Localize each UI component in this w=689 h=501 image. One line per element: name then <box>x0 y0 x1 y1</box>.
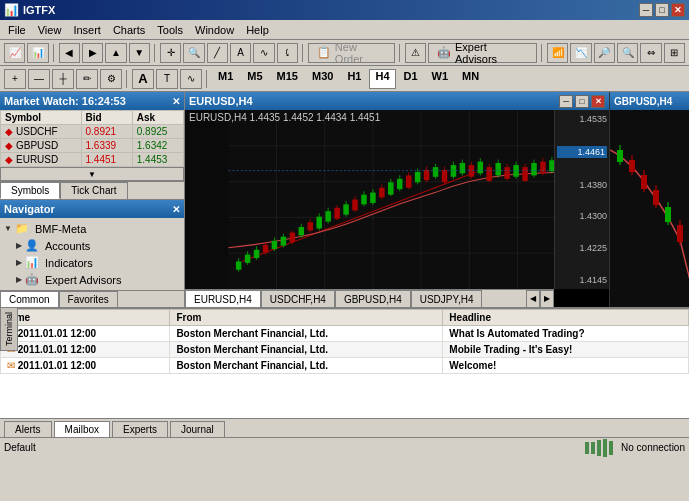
terminal-tab-journal[interactable]: Journal <box>170 421 225 437</box>
tb-text[interactable]: A <box>230 43 251 63</box>
tb-wave[interactable]: ∿ <box>180 69 202 89</box>
nav-item[interactable]: ▼📁BMF-Meta <box>2 220 182 237</box>
nav-item[interactable]: ▶📊Indicators <box>2 254 182 271</box>
navigator: Navigator ✕ ▼📁BMF-Meta▶👤Accounts▶📊Indica… <box>0 200 184 307</box>
chart-close[interactable]: ✕ <box>591 95 605 108</box>
nav-tab-common[interactable]: Common <box>0 291 59 307</box>
tb-zoom-in[interactable]: 🔍 <box>183 43 204 63</box>
terminal-row[interactable]: ✉ 2011.01.01 12:00 Boston Merchant Finan… <box>1 342 689 358</box>
msg-time: ✉ 2011.01.01 12:00 <box>1 342 170 358</box>
tb-scroll[interactable]: ⇔ <box>640 43 661 63</box>
tb-font-t[interactable]: T <box>156 69 178 89</box>
tb-cross[interactable]: ┼ <box>52 69 74 89</box>
tb-fix[interactable]: ⊞ <box>664 43 685 63</box>
tb-zoom-out[interactable]: 🔎 <box>594 43 615 63</box>
market-watch: Market Watch: 16:24:53 ✕ Symbol Bid Ask … <box>0 92 184 182</box>
tab-tick-chart[interactable]: Tick Chart <box>60 182 127 199</box>
menu-help[interactable]: Help <box>240 22 275 38</box>
menu-file[interactable]: File <box>2 22 32 38</box>
tb-chart-type2[interactable]: 📉 <box>570 43 591 63</box>
tb-config[interactable]: ⚙ <box>100 69 122 89</box>
connection-status: No connection <box>621 442 685 453</box>
terminal-row[interactable]: ✉ 2011.01.01 12:00 Boston Merchant Finan… <box>1 358 689 374</box>
tab-symbols[interactable]: Symbols <box>0 182 60 199</box>
terminal-tab-mailbox[interactable]: Mailbox <box>54 421 110 437</box>
market-row[interactable]: ◆EURUSD 1.4451 1.4453 <box>1 153 184 167</box>
tb-down[interactable]: ▼ <box>129 43 150 63</box>
tf-m30[interactable]: M30 <box>306 69 339 89</box>
bar-5 <box>609 441 613 455</box>
toolbar-1: 📈 📊 ◀ ▶ ▲ ▼ ✛ 🔍 ╱ A ∿ ⤹ 📋 New Order ⚠ 🤖 … <box>0 40 689 66</box>
menu-charts[interactable]: Charts <box>107 22 151 38</box>
nav-tab-favorites[interactable]: Favorites <box>59 291 118 307</box>
svg-rect-53 <box>415 172 421 182</box>
side-chart-canvas[interactable] <box>610 110 689 307</box>
minimize-button[interactable]: ─ <box>639 3 653 17</box>
svg-rect-45 <box>379 188 385 198</box>
toolbar-timeframes: + — ┼ ✏ ⚙ A T ∿ M1 M5 M15 M30 H1 H4 D1 W… <box>0 66 689 92</box>
tb-arrow-left2[interactable]: + <box>4 69 26 89</box>
tb-period[interactable]: ∿ <box>253 43 274 63</box>
tb-line[interactable]: ╱ <box>207 43 228 63</box>
col-bid: Bid <box>81 111 132 125</box>
terminal-row[interactable]: ✉ 2011.01.01 12:00 Boston Merchant Finan… <box>1 326 689 342</box>
chart-canvas[interactable] <box>185 110 609 289</box>
chart-tab-prev[interactable]: ◀ <box>526 290 540 308</box>
svg-rect-73 <box>504 167 510 179</box>
tf-h4[interactable]: H4 <box>369 69 395 89</box>
tb-crosshair[interactable]: ✛ <box>160 43 181 63</box>
menu-window[interactable]: Window <box>189 22 240 38</box>
terminal-tab-experts[interactable]: Experts <box>112 421 168 437</box>
tb-new-chart[interactable]: 📈 <box>4 43 25 63</box>
tf-d1[interactable]: D1 <box>398 69 424 89</box>
chart-tab-gbpusd[interactable]: GBPUSD,H4 <box>335 290 411 308</box>
terminal-tabs: Alerts Mailbox Experts Journal <box>0 418 689 437</box>
navigator-close[interactable]: ✕ <box>172 204 180 215</box>
tb-chart-type1[interactable]: 📶 <box>547 43 568 63</box>
chart-tab-usdjpy[interactable]: USDJPY,H4 <box>411 290 483 308</box>
tf-m5[interactable]: M5 <box>241 69 268 89</box>
new-order-button[interactable]: 📋 New Order <box>308 43 395 63</box>
tb-back[interactable]: ◀ <box>59 43 80 63</box>
market-watch-close[interactable]: ✕ <box>172 96 180 107</box>
nav-item[interactable]: ▶🤖Expert Advisors <box>2 271 182 288</box>
chart-tab-next[interactable]: ▶ <box>540 290 554 308</box>
close-button[interactable]: ✕ <box>671 3 685 17</box>
nav-item[interactable]: ▶👤Accounts <box>2 237 182 254</box>
tf-m15[interactable]: M15 <box>271 69 304 89</box>
tf-mn[interactable]: MN <box>456 69 485 89</box>
tb-up[interactable]: ▲ <box>105 43 126 63</box>
market-ask: 1.6342 <box>132 139 183 153</box>
tf-h1[interactable]: H1 <box>341 69 367 89</box>
tb-font-a[interactable]: A <box>132 69 154 89</box>
chart-tab-usdchf[interactable]: USDCHF,H4 <box>261 290 335 308</box>
chart-minimize[interactable]: ─ <box>559 95 573 108</box>
svg-rect-37 <box>343 204 349 214</box>
market-row[interactable]: ◆GBPUSD 1.6339 1.6342 <box>1 139 184 153</box>
expert-advisors-button[interactable]: 🤖 Expert Advisors <box>428 43 537 63</box>
market-row[interactable]: ◆USDCHF 0.8921 0.8925 <box>1 125 184 139</box>
tb-btn2[interactable]: 📊 <box>27 43 48 63</box>
tb-fwd[interactable]: ▶ <box>82 43 103 63</box>
menu-tools[interactable]: Tools <box>151 22 189 38</box>
maximize-button[interactable]: □ <box>655 3 669 17</box>
svg-rect-59 <box>442 170 448 182</box>
msg-from: Boston Merchant Financial, Ltd. <box>170 326 443 342</box>
tb-zoom-in2[interactable]: 🔍 <box>617 43 638 63</box>
market-scroll-down[interactable]: ▼ <box>0 167 184 181</box>
chart-maximize[interactable]: □ <box>575 95 589 108</box>
terminal-tab-alerts[interactable]: Alerts <box>4 421 52 437</box>
tb-edit[interactable]: ✏ <box>76 69 98 89</box>
nav-label: Expert Advisors <box>45 274 121 286</box>
svg-rect-97 <box>677 225 683 242</box>
terminal-side-label[interactable]: Terminal <box>0 307 18 351</box>
market-symbol: ◆GBPUSD <box>1 139 82 153</box>
menu-view[interactable]: View <box>32 22 68 38</box>
tf-m1[interactable]: M1 <box>212 69 239 89</box>
tb-minus[interactable]: — <box>28 69 50 89</box>
tb-alert[interactable]: ⚠ <box>405 43 426 63</box>
chart-tab-eurusd[interactable]: EURUSD,H4 <box>185 290 261 308</box>
tb-arrow[interactable]: ⤹ <box>277 43 298 63</box>
tf-w1[interactable]: W1 <box>426 69 455 89</box>
menu-insert[interactable]: Insert <box>67 22 107 38</box>
